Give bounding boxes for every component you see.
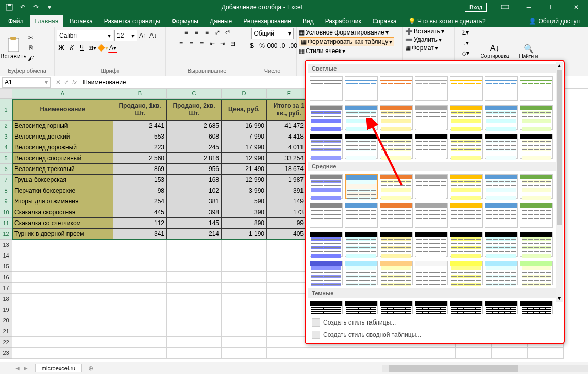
table-style-option[interactable]	[485, 134, 518, 159]
cell[interactable]	[113, 240, 167, 250]
row-header[interactable]: 10	[0, 207, 12, 218]
decrease-font-icon[interactable]: A↓	[148, 31, 158, 40]
cell[interactable]	[12, 272, 113, 283]
underline-icon[interactable]: Ч	[77, 43, 87, 53]
table-cell[interactable]: 21 490	[222, 164, 267, 175]
font-name-selector[interactable]: Calibri ▾	[57, 30, 113, 41]
align-bottom-icon[interactable]: ≡	[203, 28, 212, 37]
sign-in-button[interactable]: Вход	[465, 3, 487, 12]
cell[interactable]	[12, 294, 113, 304]
table-style-option[interactable]	[520, 232, 553, 257]
table-style-option[interactable]	[345, 105, 378, 130]
cell[interactable]	[113, 250, 167, 261]
table-cell[interactable]: 7 990	[222, 131, 267, 142]
cell[interactable]	[456, 348, 492, 359]
row-header[interactable]: 5	[0, 153, 12, 164]
cut-icon[interactable]: ✂	[26, 33, 36, 42]
qat-dropdown-icon[interactable]: ▾	[43, 1, 56, 13]
percent-icon[interactable]: %	[258, 41, 267, 50]
table-header-cell[interactable]: Цена, руб.	[222, 99, 267, 121]
save-icon[interactable]	[3, 1, 15, 13]
table-cell[interactable]: 590	[222, 196, 267, 207]
table-style-option[interactable]	[450, 174, 483, 199]
cell[interactable]	[113, 261, 167, 272]
table-style-option[interactable]	[450, 134, 483, 159]
cell[interactable]	[222, 315, 267, 326]
table-cell[interactable]: 214	[167, 229, 222, 240]
table-style-option[interactable]	[380, 203, 413, 228]
table-style-option[interactable]	[415, 134, 448, 159]
horizontal-scrollbar[interactable]	[382, 365, 588, 372]
increase-indent-icon[interactable]: ⇥	[218, 39, 227, 48]
table-cell[interactable]: 12 990	[222, 153, 267, 164]
table-cell[interactable]: Велосипед детский	[12, 131, 113, 142]
table-style-option[interactable]	[345, 174, 378, 199]
table-cell[interactable]: Велосипед спортивный	[12, 153, 113, 164]
table-style-option[interactable]	[485, 174, 518, 199]
decrease-decimal-icon[interactable]: .00	[289, 41, 298, 50]
sheet-nav-prev-icon[interactable]: ◄	[14, 365, 21, 372]
table-cell[interactable]: 445	[113, 207, 167, 218]
cell[interactable]	[12, 337, 113, 348]
table-style-option[interactable]	[415, 105, 448, 130]
row-header[interactable]: 14	[0, 250, 12, 261]
cell[interactable]	[12, 261, 113, 272]
table-style-option[interactable]	[485, 105, 518, 130]
table-style-option[interactable]	[380, 76, 413, 101]
table-style-option[interactable]	[310, 105, 343, 130]
cell[interactable]	[167, 250, 222, 261]
tab-developer[interactable]: Разработчик	[320, 15, 366, 27]
cell[interactable]	[311, 348, 347, 359]
row-header[interactable]: 21	[0, 326, 12, 337]
cell[interactable]	[167, 348, 222, 359]
table-cell[interactable]: 2 816	[167, 153, 222, 164]
gallery-scrollbar[interactable]: ▴ ▾	[556, 62, 563, 302]
cell-styles-button[interactable]: ▦ Стили ячеек▾	[299, 47, 345, 55]
merge-icon[interactable]: ⊟	[228, 39, 238, 48]
share-button[interactable]: 👤 Общий доступ	[524, 15, 585, 27]
table-cell[interactable]: 398	[167, 207, 222, 218]
table-cell[interactable]: 254	[113, 196, 167, 207]
align-top-icon[interactable]: ≡	[182, 28, 191, 37]
tab-help[interactable]: Справка	[367, 15, 402, 27]
table-cell[interactable]: Упоры для отжимания	[12, 196, 113, 207]
conditional-formatting-button[interactable]: ▦ Условное форматирование▾	[299, 29, 389, 36]
table-style-option[interactable]	[485, 203, 518, 228]
table-style-option[interactable]	[380, 134, 413, 159]
row-header[interactable]: 16	[0, 272, 12, 283]
table-style-option[interactable]	[345, 134, 378, 159]
table-cell[interactable]: 98	[113, 185, 167, 196]
row-header[interactable]: 9	[0, 196, 12, 207]
cell[interactable]	[12, 348, 113, 359]
table-style-option[interactable]	[520, 134, 553, 159]
table-style-option[interactable]	[485, 301, 518, 314]
table-cell[interactable]: 102	[167, 185, 222, 196]
cell[interactable]	[222, 283, 267, 294]
table-style-option[interactable]	[380, 301, 413, 314]
table-style-option[interactable]	[485, 261, 518, 285]
cell[interactable]	[528, 348, 564, 359]
tab-page-layout[interactable]: Разметка страницы	[99, 15, 165, 27]
table-cell[interactable]: 890	[222, 218, 267, 229]
maximize-button[interactable]: ☐	[541, 0, 564, 14]
table-header-cell[interactable]: Продано, 1кв. Шт.	[113, 99, 167, 121]
row-header[interactable]: 11	[0, 218, 12, 229]
font-size-selector[interactable]: 12 ▾	[114, 30, 137, 41]
row-header[interactable]: 19	[0, 304, 12, 315]
table-style-option[interactable]	[380, 261, 413, 285]
cell[interactable]	[113, 337, 167, 348]
table-style-option[interactable]	[415, 261, 448, 285]
cell[interactable]	[167, 294, 222, 304]
cell[interactable]	[12, 240, 113, 250]
table-style-option[interactable]	[345, 301, 378, 314]
table-style-option[interactable]	[310, 301, 343, 314]
cell[interactable]	[222, 261, 267, 272]
table-header-cell[interactable]: Наименование	[12, 99, 113, 121]
cell[interactable]	[222, 304, 267, 315]
fx-icon[interactable]: fx	[72, 79, 77, 86]
row-header[interactable]: 7	[0, 175, 12, 185]
table-style-option[interactable]	[520, 76, 553, 101]
table-style-option[interactable]	[310, 232, 343, 257]
cell[interactable]	[12, 250, 113, 261]
row-header[interactable]: 23	[0, 348, 12, 359]
